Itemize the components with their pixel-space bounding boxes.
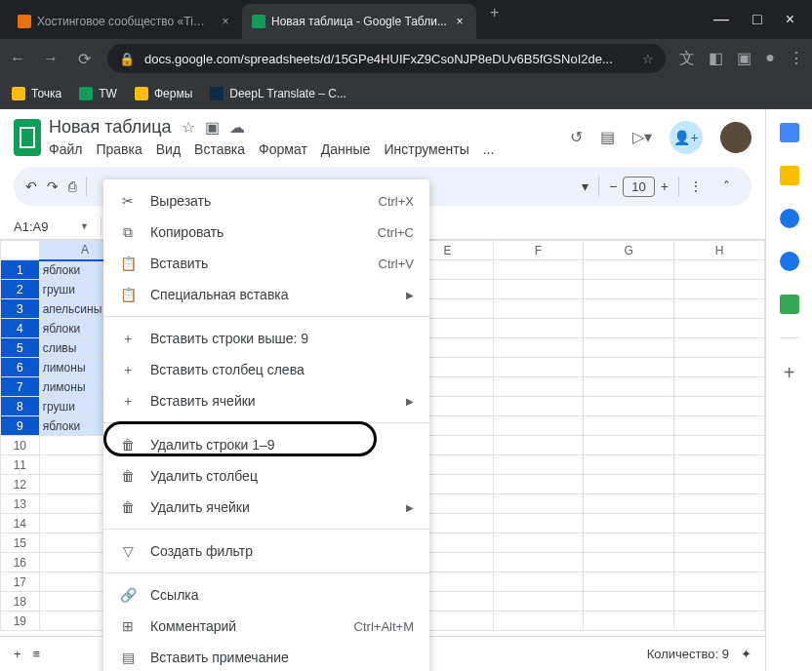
new-tab-button[interactable]: + <box>476 4 512 39</box>
row-header[interactable]: 9 <box>1 416 40 436</box>
cell[interactable] <box>674 475 765 494</box>
decrease-font-button[interactable]: − <box>609 178 617 194</box>
cell[interactable] <box>674 612 765 631</box>
menu-insert[interactable]: Вставка <box>194 141 245 157</box>
ctx-delete-col[interactable]: 🗑Удалить столбец <box>103 460 429 492</box>
cell[interactable] <box>493 514 584 533</box>
row-header[interactable]: 11 <box>1 455 40 475</box>
back-button[interactable]: ← <box>8 50 27 67</box>
extension-icon[interactable]: ▣ <box>737 49 751 69</box>
cell[interactable] <box>674 397 765 416</box>
menu-tools[interactable]: Инструменты <box>384 141 468 157</box>
cell[interactable] <box>584 455 674 475</box>
close-icon[interactable]: × <box>453 15 467 28</box>
print-button[interactable]: ⎙ <box>68 178 76 194</box>
ctx-note[interactable]: ▤Вставить примечание <box>103 642 429 671</box>
cell[interactable] <box>584 397 674 416</box>
cell[interactable] <box>584 533 674 553</box>
cell[interactable] <box>493 397 584 416</box>
url-field[interactable]: 🔒 docs.google.com/spreadsheets/d/15GPe4H… <box>107 44 666 73</box>
cell[interactable] <box>584 553 674 572</box>
row-header[interactable]: 4 <box>1 319 40 338</box>
ctx-insert-rows[interactable]: +Вставить строки выше: 9 <box>103 323 429 354</box>
account-avatar[interactable] <box>720 122 751 153</box>
add-sheet-button[interactable]: + <box>14 647 21 661</box>
cell[interactable] <box>674 455 765 475</box>
cell[interactable] <box>584 338 674 358</box>
cell[interactable] <box>493 338 584 358</box>
menu-view[interactable]: Вид <box>156 141 181 157</box>
cell[interactable] <box>493 612 584 631</box>
cell[interactable] <box>674 299 765 319</box>
keep-icon[interactable] <box>780 166 799 185</box>
ctx-comment[interactable]: ⊞КомментарийCtrl+Alt+M <box>103 611 429 642</box>
ctx-delete-rows[interactable]: 🗑Удалить строки 1–9 <box>103 429 429 460</box>
menu-file[interactable]: Файл <box>49 141 82 157</box>
cell[interactable] <box>493 377 584 397</box>
row-header[interactable]: 17 <box>1 572 40 592</box>
ctx-cut[interactable]: ✂ВырезатьCtrl+X <box>103 185 429 217</box>
cell[interactable] <box>674 494 765 514</box>
row-header[interactable]: 16 <box>1 553 40 572</box>
bookmark-item[interactable]: Фермы <box>135 87 192 100</box>
cell[interactable] <box>584 612 674 631</box>
profile-icon[interactable]: ● <box>765 49 775 69</box>
redo-button[interactable]: ↷ <box>47 178 59 194</box>
cell[interactable] <box>584 377 674 397</box>
extension-icon[interactable]: ◧ <box>709 49 723 69</box>
browser-tab-0[interactable]: Хостинговое сообщество «Time... × <box>8 4 242 39</box>
cell[interactable] <box>674 436 765 455</box>
doc-title[interactable]: Новая таблица <box>49 117 172 138</box>
row-header[interactable]: 14 <box>1 514 40 533</box>
ctx-paste[interactable]: 📋ВставитьCtrl+V <box>103 248 429 279</box>
menu-edit[interactable]: Правка <box>96 141 142 157</box>
cell[interactable] <box>493 475 584 494</box>
font-size-value[interactable]: 10 <box>623 177 654 197</box>
cell[interactable] <box>674 553 765 572</box>
column-header[interactable]: H <box>674 241 765 260</box>
cell[interactable] <box>674 338 765 358</box>
row-header[interactable]: 6 <box>1 358 40 377</box>
ctx-delete-cells[interactable]: 🗑Удалить ячейки▶ <box>103 492 429 523</box>
increase-font-button[interactable]: + <box>661 178 669 194</box>
cell[interactable] <box>493 533 584 553</box>
cell[interactable] <box>493 436 584 455</box>
cell[interactable] <box>674 416 765 436</box>
row-header[interactable]: 7 <box>1 377 40 397</box>
undo-button[interactable]: ↶ <box>25 178 37 194</box>
sheets-logo[interactable] <box>14 119 41 156</box>
cell[interactable] <box>584 416 674 436</box>
more-options-icon[interactable]: ⋮ <box>689 178 703 194</box>
cell[interactable] <box>674 377 765 397</box>
cell[interactable] <box>674 260 765 280</box>
add-addon-button[interactable]: + <box>784 362 795 384</box>
cell[interactable] <box>584 280 674 299</box>
star-icon[interactable]: ☆ <box>182 118 195 137</box>
menu-format[interactable]: Формат <box>259 141 307 157</box>
window-minimize[interactable]: — <box>713 11 729 28</box>
window-maximize[interactable]: □ <box>752 11 762 28</box>
row-header[interactable]: 3 <box>1 299 40 319</box>
cell[interactable] <box>584 475 674 494</box>
row-header[interactable]: 13 <box>1 494 40 514</box>
explore-icon[interactable]: ✦ <box>741 647 751 661</box>
ctx-link[interactable]: 🔗Ссылка <box>103 579 429 611</box>
contacts-icon[interactable] <box>780 252 799 271</box>
tasks-icon[interactable] <box>780 209 799 228</box>
dropdown-icon[interactable]: ▼ <box>80 221 89 231</box>
calendar-icon[interactable] <box>780 123 799 142</box>
ctx-insert-col[interactable]: +Вставить столбец слева <box>103 354 429 385</box>
cell[interactable] <box>674 514 765 533</box>
cell[interactable] <box>584 436 674 455</box>
close-icon[interactable]: × <box>219 15 232 28</box>
bookmark-item[interactable]: TW <box>79 87 117 100</box>
cell[interactable] <box>674 358 765 377</box>
star-icon[interactable]: ☆ <box>642 52 654 66</box>
translate-icon[interactable]: 文 <box>679 49 695 69</box>
ctx-insert-cells[interactable]: +Вставить ячейки▶ <box>103 385 429 416</box>
cell[interactable] <box>674 319 765 338</box>
cell[interactable] <box>493 572 584 592</box>
row-header[interactable]: 2 <box>1 280 40 299</box>
cell[interactable] <box>493 299 584 319</box>
cell[interactable] <box>493 494 584 514</box>
